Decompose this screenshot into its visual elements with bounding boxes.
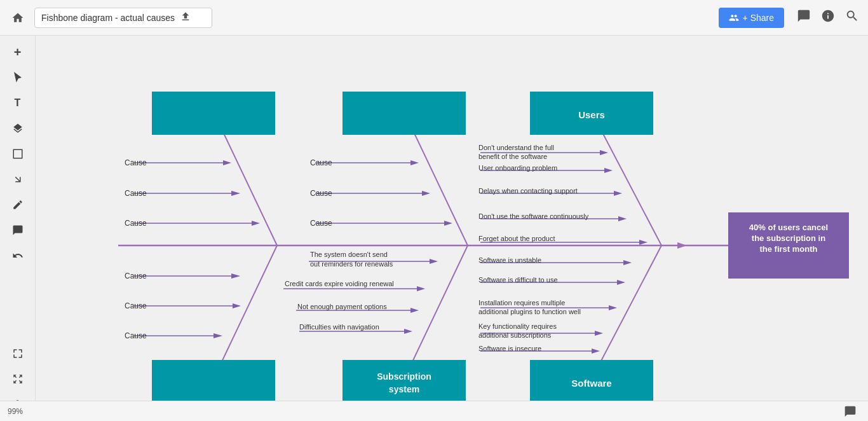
- text-tool[interactable]: T: [6, 92, 29, 114]
- software-label: Software: [571, 378, 611, 389]
- cause-4: Cause: [125, 272, 147, 280]
- topbar-icons: [794, 6, 862, 29]
- share-button[interactable]: + Share: [719, 8, 784, 28]
- svg-text:out reminders for renewals: out reminders for renewals: [310, 260, 393, 268]
- svg-marker-38: [604, 168, 613, 173]
- svg-marker-6: [223, 160, 231, 165]
- users-label: Users: [578, 109, 605, 120]
- svg-marker-20: [410, 160, 419, 165]
- insecure: Software is insecure: [478, 345, 541, 352]
- support-delays: Delays when contacting support: [478, 187, 578, 195]
- statusbar: 99%: [0, 401, 868, 421]
- cause-5: Cause: [125, 301, 147, 310]
- svg-text:additional plugins to function: additional plugins to function well: [478, 308, 581, 315]
- fishbone-diagram: Users Subscription system Software 40% o…: [36, 36, 868, 401]
- cause-6: Cause: [125, 331, 147, 340]
- svg-text:system: system: [389, 384, 419, 394]
- rectangle-tool[interactable]: [6, 142, 29, 165]
- select-tool[interactable]: [6, 66, 29, 89]
- svg-line-18: [404, 245, 468, 379]
- svg-rect-0: [13, 149, 22, 158]
- cause-mid-1: Cause: [310, 158, 332, 167]
- arrow-tool[interactable]: [6, 168, 29, 191]
- svg-marker-32: [404, 329, 412, 334]
- cause-mid-2: Cause: [310, 189, 332, 198]
- home-button[interactable]: [6, 6, 29, 29]
- navigation: Difficulties with navigation: [299, 323, 379, 331]
- svg-rect-59: [152, 360, 275, 401]
- pen-tool[interactable]: [6, 193, 29, 216]
- svg-marker-28: [417, 286, 425, 291]
- svg-marker-52: [595, 331, 603, 336]
- forget-product: Forget about the product: [478, 235, 555, 242]
- topbar: Fishbone diagram - actual causes + Share: [0, 0, 868, 36]
- comment-tool[interactable]: [6, 219, 29, 242]
- credit-cards: Credit cards expire voiding renewal: [285, 280, 394, 287]
- chat-button[interactable]: [840, 401, 860, 422]
- svg-marker-46: [623, 260, 632, 265]
- svg-line-34: [592, 245, 661, 379]
- svg-line-4: [214, 245, 277, 379]
- export-button[interactable]: [180, 11, 191, 25]
- benefit-1: Don't understand the full: [478, 144, 554, 151]
- svg-marker-10: [252, 221, 260, 226]
- svg-marker-30: [410, 308, 419, 313]
- svg-marker-16: [214, 333, 222, 338]
- not-continuous: Don't use the software continuously: [478, 212, 589, 220]
- diagram-title-bar: Fishbone diagram - actual causes: [34, 8, 212, 28]
- unstable: Software is unstable: [478, 256, 541, 264]
- plugins-1: Installation requires multiple: [478, 299, 565, 307]
- cause-1: Cause: [125, 158, 147, 167]
- svg-text:the first month: the first month: [760, 244, 818, 254]
- svg-marker-8: [231, 191, 240, 196]
- subscriptions-1: Key functionality requires: [478, 322, 557, 330]
- svg-marker-40: [614, 191, 622, 196]
- svg-marker-54: [592, 349, 600, 354]
- share-label: + Share: [743, 13, 774, 23]
- svg-marker-48: [617, 280, 625, 285]
- svg-marker-44: [639, 240, 648, 245]
- svg-marker-22: [422, 191, 430, 196]
- svg-marker-50: [609, 305, 617, 310]
- svg-rect-56: [152, 92, 275, 135]
- comment-icon[interactable]: [794, 6, 813, 29]
- svg-text:benefit of the software: benefit of the software: [478, 153, 547, 160]
- svg-text:additional subscriptions: additional subscriptions: [478, 331, 552, 339]
- expand-tool[interactable]: [6, 368, 29, 390]
- subscription-label: Subscription: [377, 371, 431, 382]
- cause-mid-3: Cause: [310, 219, 332, 228]
- effect-text: 40% of users cancel: [749, 223, 828, 232]
- layers-tool[interactable]: [6, 117, 29, 140]
- canvas: Users Subscription system Software 40% o…: [36, 36, 868, 401]
- payment-options: Not enough payment options: [297, 303, 387, 310]
- svg-marker-24: [444, 221, 452, 226]
- undo-tool[interactable]: [6, 244, 29, 267]
- cause-3: Cause: [125, 219, 147, 228]
- svg-marker-42: [618, 216, 627, 221]
- svg-text:the subscription in: the subscription in: [752, 233, 825, 243]
- svg-rect-57: [342, 92, 466, 135]
- toolbar: + T: [0, 36, 36, 421]
- svg-marker-26: [430, 259, 438, 264]
- info-icon[interactable]: [818, 6, 837, 29]
- diagram-title: Fishbone diagram - actual causes: [41, 13, 175, 23]
- svg-marker-36: [600, 150, 608, 155]
- svg-marker-14: [233, 303, 241, 308]
- zoom-level: 99%: [8, 407, 23, 416]
- svg-marker-12: [231, 273, 240, 279]
- fit-screen-tool[interactable]: [6, 342, 29, 365]
- system-reminders: The system doesn't send: [310, 251, 388, 258]
- difficult: Software is difficult to use: [478, 276, 558, 284]
- add-tool[interactable]: +: [6, 41, 29, 64]
- search-icon[interactable]: [843, 6, 862, 29]
- cause-2: Cause: [125, 189, 147, 198]
- onboarding: User onboarding problem: [478, 164, 557, 172]
